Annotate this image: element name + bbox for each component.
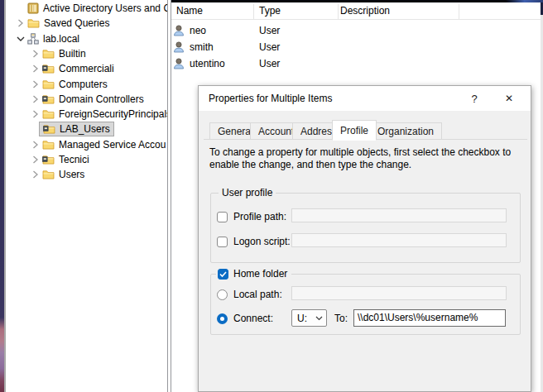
- help-button[interactable]: ?: [461, 86, 488, 111]
- tree-item-domain-controllers[interactable]: Domain Controllers: [6, 92, 167, 107]
- aduc-root-icon: [27, 2, 39, 14]
- local-path-label: Local path:: [233, 289, 282, 300]
- tree-item-label: Commerciali: [58, 63, 114, 74]
- tree-item-tecnici[interactable]: Tecnici: [6, 152, 167, 167]
- aduc-window: Active Directory Users and Com Saved Que…: [0, 0, 543, 392]
- tree-item-foreign-security-principals[interactable]: ForeignSecurityPrincipals: [6, 107, 167, 122]
- local-path-row: Local path:: [217, 289, 282, 300]
- column-separator[interactable]: [459, 4, 459, 19]
- instruction-text: To change a property for multiple object…: [209, 146, 529, 171]
- to-label: To:: [334, 313, 348, 324]
- chevron-right-icon[interactable]: [31, 50, 40, 58]
- folder-icon: [27, 18, 40, 28]
- chevron-right-icon[interactable]: [31, 170, 40, 179]
- dialog-titlebar: Properties for Multiple Items ? ✕: [199, 86, 531, 111]
- chevron-right-icon[interactable]: [31, 155, 40, 164]
- ou-folder-icon: [43, 124, 55, 134]
- tree-item-label: Saved Queries: [43, 17, 109, 29]
- row-type: User: [259, 25, 280, 36]
- local-path-radio[interactable]: [217, 289, 228, 300]
- tree-item-lab-local[interactable]: lab.local: [6, 31, 167, 46]
- domain-icon: [27, 33, 39, 45]
- chevron-down-icon: [315, 316, 326, 321]
- user-icon: [173, 41, 185, 53]
- logon-script-row: Logon script:: [217, 236, 291, 247]
- chevron-right-icon[interactable]: [31, 95, 40, 103]
- ou-folder-icon: [42, 155, 55, 165]
- column-header-description[interactable]: Description: [340, 2, 390, 20]
- tree-item-label: ForeignSecurityPrincipals: [58, 108, 167, 120]
- row-type: User: [259, 41, 280, 53]
- column-header-type[interactable]: Type: [259, 2, 281, 20]
- tree-item-computers[interactable]: Computers: [6, 77, 167, 92]
- tree-item-label: Managed Service Accou: [58, 139, 166, 151]
- user-icon: [173, 25, 185, 36]
- connect-label: Connect:: [233, 313, 273, 324]
- local-path-input[interactable]: [291, 286, 507, 300]
- list-row-neo[interactable]: neo User: [171, 22, 453, 39]
- dialog-title: Properties for Multiple Items: [199, 93, 332, 104]
- toolbar-edge: [171, 0, 543, 2]
- tree-item-label: Tecnici: [58, 154, 89, 165]
- tree-item-label: lab.local: [42, 33, 79, 45]
- tree-item-label: Builtin: [58, 48, 86, 60]
- row-name: neo: [190, 25, 206, 36]
- chevron-right-icon[interactable]: [31, 110, 40, 118]
- ou-folder-icon: [42, 94, 55, 104]
- selected-tree-item: LAB_Users: [40, 122, 113, 136]
- folder-icon: [42, 140, 55, 150]
- folder-icon: [42, 79, 55, 89]
- logon-script-input[interactable]: [291, 233, 507, 247]
- chevron-down-icon[interactable]: [17, 35, 25, 43]
- tree-item-commerciali[interactable]: Commerciali: [6, 61, 167, 76]
- chevron-right-icon[interactable]: [31, 65, 40, 73]
- column-header-name[interactable]: Name: [176, 2, 203, 20]
- connect-radio[interactable]: [217, 313, 228, 324]
- row-type: User: [259, 58, 280, 69]
- home-folder-checkbox[interactable]: [218, 269, 228, 280]
- row-name: smith: [190, 41, 214, 53]
- tree-item-builtin[interactable]: Builtin: [6, 46, 167, 61]
- home-folder-group: Home folder Local path: Connect: U: To: …: [210, 274, 521, 335]
- tree-item-users[interactable]: Users: [6, 167, 167, 182]
- user-icon: [173, 58, 185, 69]
- row-name: utentino: [190, 58, 225, 69]
- tree-item-lab-users[interactable]: LAB_Users: [6, 122, 167, 136]
- group-label: User profile: [219, 187, 276, 199]
- close-icon[interactable]: ✕: [496, 86, 522, 111]
- logon-script-label: Logon script:: [233, 236, 291, 247]
- tree-item-label: Computers: [58, 79, 108, 90]
- chevron-right-icon[interactable]: [31, 80, 40, 88]
- folder-icon: [42, 170, 55, 179]
- list-header: Name Type Description: [171, 2, 541, 20]
- profile-path-checkbox[interactable]: [217, 212, 228, 222]
- list-row-utentino[interactable]: utentino User: [171, 55, 453, 72]
- drive-letter-select[interactable]: U:: [291, 309, 327, 327]
- logon-script-checkbox[interactable]: [217, 237, 228, 247]
- chevron-right-icon[interactable]: [17, 19, 25, 27]
- profile-path-input[interactable]: [291, 208, 507, 222]
- connect-path-input[interactable]: \\dc01\Users\%username%: [353, 309, 506, 327]
- console-tree-panel: Active Directory Users and Com Saved Que…: [6, 0, 167, 392]
- tree-item-label: Users: [58, 169, 84, 180]
- tab-organization[interactable]: Organization: [369, 122, 442, 140]
- home-folder-header: Home folder: [216, 267, 291, 280]
- ou-folder-icon: [42, 64, 55, 74]
- chevron-right-icon[interactable]: [31, 141, 40, 149]
- tree-item-root[interactable]: Active Directory Users and Com: [6, 1, 167, 16]
- folder-icon: [42, 49, 55, 59]
- column-separator[interactable]: [253, 4, 254, 19]
- tab-profile[interactable]: Profile: [332, 120, 377, 141]
- user-profile-group: User profile Profile path: Logon script:: [210, 193, 521, 263]
- profile-path-row: Profile path:: [217, 211, 286, 222]
- tree-item-label: Domain Controllers: [58, 93, 144, 105]
- column-separator[interactable]: [338, 4, 339, 19]
- tree-item-saved-queries[interactable]: Saved Queries: [6, 16, 167, 31]
- list-row-smith[interactable]: smith User: [171, 39, 453, 55]
- tree-item-managed-service-accounts[interactable]: Managed Service Accou: [6, 137, 167, 152]
- properties-dialog: Properties for Multiple Items ? ✕ Genera…: [198, 85, 531, 392]
- profile-path-label: Profile path:: [233, 211, 286, 222]
- tree-item-label: LAB_Users: [59, 123, 110, 135]
- drive-letter-value: U:: [292, 313, 315, 324]
- connect-row: Connect:: [217, 313, 273, 324]
